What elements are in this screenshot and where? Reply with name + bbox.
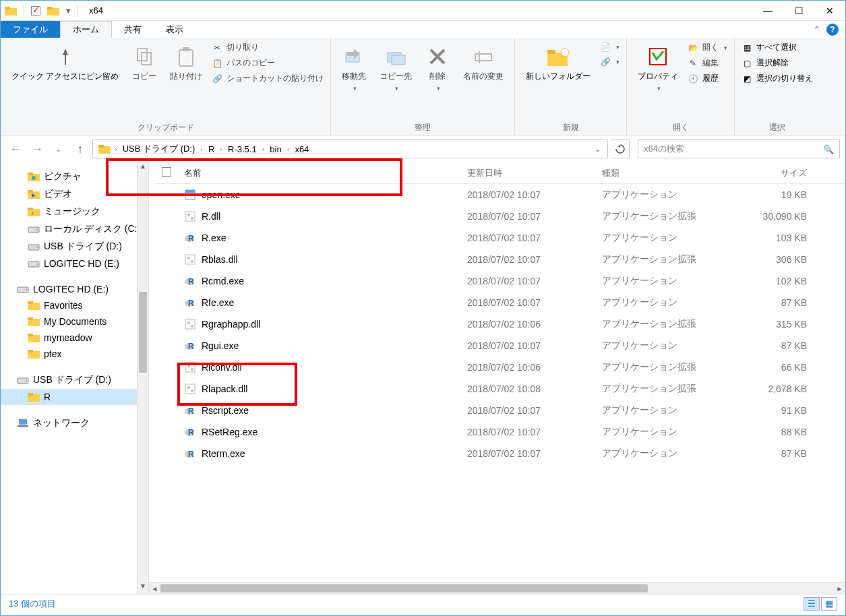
tree-node[interactable]: mymeadow: [1, 330, 148, 346]
tree-scrollbar[interactable]: ▲▼: [137, 162, 148, 594]
breadcrumb-item[interactable]: R: [204, 140, 218, 158]
tab-share[interactable]: 共有: [112, 21, 154, 38]
column-size[interactable]: サイズ: [731, 167, 812, 179]
file-name: Rblas.dll: [202, 254, 238, 265]
tab-view[interactable]: 表示: [154, 21, 195, 38]
address-bar[interactable]: › USB ドライブ (D:) › R › R-3.5.1 › bin › x6…: [92, 140, 608, 158]
minimize-button[interactable]: —: [752, 1, 783, 21]
easy-access-button[interactable]: 🔗▾: [600, 57, 620, 67]
open-button[interactable]: 📂開く▾: [688, 42, 727, 53]
invert-selection-button[interactable]: ◩選択の切り替え: [742, 73, 813, 84]
search-input[interactable]: x64の検索 🔍: [638, 140, 840, 158]
column-date[interactable]: 更新日時: [462, 167, 597, 179]
new-folder-button[interactable]: 新しいフォルダー: [522, 42, 595, 85]
scroll-left-icon[interactable]: ◄: [149, 583, 160, 594]
qat-properties-icon[interactable]: [31, 6, 40, 16]
tree-node[interactable]: ローカル ディスク (C:): [1, 220, 148, 238]
tree-node[interactable]: LOGITEC HD (E:): [1, 281, 148, 297]
file-row[interactable]: RRscript.exe2018/07/02 10:07アプリケーション91 K…: [154, 400, 845, 421]
tree-node[interactable]: ptex: [1, 346, 148, 362]
file-row[interactable]: RRcmd.exe2018/07/02 10:07アプリケーション102 KB: [154, 270, 845, 292]
thumbnails-view-button[interactable]: ▦: [821, 597, 837, 611]
horizontal-scrollbar[interactable]: ◄ ►: [149, 582, 845, 594]
nav-back-button[interactable]: ←: [6, 140, 25, 158]
breadcrumb-item[interactable]: USB ドライブ (D:): [119, 140, 200, 158]
drive-icon: [28, 224, 40, 235]
file-row[interactable]: Rgraphapp.dll2018/07/02 10:06アプリケーション拡張3…: [154, 313, 845, 335]
maximize-button[interactable]: ☐: [783, 1, 814, 21]
scroll-thumb[interactable]: [160, 584, 648, 592]
copy-path-button[interactable]: 📋パスのコピー: [212, 57, 324, 69]
scroll-down-icon[interactable]: ▼: [138, 582, 148, 594]
nav-forward-button[interactable]: →: [28, 140, 47, 158]
file-list[interactable]: 名前 更新日時 種類 サイズ open.exe2018/07/02 10:07ア…: [149, 162, 845, 582]
file-row[interactable]: RR.exe2018/07/02 10:07アプリケーション103 KB: [154, 227, 845, 249]
file-row[interactable]: RRterm.exe2018/07/02 10:07アプリケーション87 KB: [154, 443, 845, 464]
chevron-right-icon[interactable]: ›: [286, 145, 291, 153]
tree-node[interactable]: ビデオ: [1, 185, 148, 203]
tree-node[interactable]: Favorites: [1, 297, 148, 313]
rename-button[interactable]: 名前の変更: [459, 42, 508, 85]
file-row[interactable]: R.dll2018/07/02 10:07アプリケーション拡張30,090 KB: [154, 206, 845, 227]
breadcrumb-item[interactable]: R-3.5.1: [224, 140, 261, 158]
qat-dropdown-icon[interactable]: ▾: [66, 5, 71, 16]
tree-node[interactable]: R: [1, 389, 148, 405]
select-all-button[interactable]: ▦すべて選択: [742, 42, 813, 53]
scroll-up-icon[interactable]: ▲: [138, 162, 148, 174]
file-date: 2018/07/02 10:08: [462, 383, 597, 394]
select-all-checkbox[interactable]: [162, 167, 171, 177]
file-row[interactable]: RRfe.exe2018/07/02 10:07アプリケーション87 KB: [154, 292, 845, 313]
properties-button[interactable]: プロパティ▾: [634, 42, 682, 95]
tab-file[interactable]: ファイル: [1, 21, 60, 38]
collapse-ribbon-icon[interactable]: ⌃: [813, 24, 821, 35]
history-button[interactable]: 🕘履歴: [688, 73, 727, 84]
file-icon: R: [184, 340, 196, 352]
file-row[interactable]: RRSetReg.exe2018/07/02 10:07アプリケーション88 K…: [154, 421, 845, 443]
chevron-right-icon[interactable]: ›: [261, 145, 266, 153]
close-button[interactable]: ✕: [814, 1, 845, 21]
delete-icon: [425, 44, 450, 69]
tree-node[interactable]: USB ドライブ (D:): [1, 371, 148, 389]
file-row[interactable]: Rblas.dll2018/07/02 10:07アプリケーション拡張306 K…: [154, 249, 845, 270]
tree-node[interactable]: My Documents: [1, 313, 148, 330]
chevron-right-icon[interactable]: ›: [218, 145, 224, 153]
copy-to-button[interactable]: コピー先▾: [375, 42, 416, 95]
file-row[interactable]: RRgui.exe2018/07/02 10:07アプリケーション87 KB: [154, 335, 845, 357]
paste-button[interactable]: 貼り付け: [166, 42, 206, 85]
chevron-right-icon[interactable]: ›: [199, 145, 204, 153]
scroll-right-icon[interactable]: ►: [834, 583, 845, 594]
nav-recent-button[interactable]: ⌄: [49, 140, 68, 158]
tree-node[interactable]: LOGITEC HD (E:): [1, 255, 148, 272]
address-dropdown-icon[interactable]: ⌄: [591, 145, 605, 154]
edit-button[interactable]: ✎編集: [688, 57, 727, 69]
file-row[interactable]: Riconv.dll2018/07/02 10:06アプリケーション拡張66 K…: [154, 357, 845, 378]
delete-button[interactable]: 削除▾: [421, 42, 454, 95]
nav-up-button[interactable]: ↑: [71, 140, 90, 158]
select-none-button[interactable]: ▢選択解除: [742, 57, 813, 69]
breadcrumb-item[interactable]: x64: [291, 140, 313, 158]
breadcrumb-item[interactable]: bin: [266, 140, 285, 158]
file-row[interactable]: open.exe2018/07/02 10:07アプリケーション19 KB: [154, 184, 845, 206]
tab-home[interactable]: ホーム: [60, 21, 112, 38]
copy-button[interactable]: コピー: [128, 42, 160, 85]
file-row[interactable]: Rlapack.dll2018/07/02 10:08アプリケーション拡張2,6…: [154, 378, 845, 400]
tree-node[interactable]: ピクチャ: [1, 168, 148, 185]
search-icon[interactable]: 🔍: [823, 144, 834, 154]
column-type[interactable]: 種類: [597, 167, 731, 179]
refresh-button[interactable]: [611, 140, 630, 158]
tree-node[interactable]: ♪ミュージック: [1, 203, 148, 220]
details-view-button[interactable]: ☰: [804, 597, 820, 611]
scroll-thumb[interactable]: [139, 292, 147, 373]
help-icon[interactable]: ?: [826, 24, 839, 36]
new-item-button[interactable]: 📄▾: [600, 42, 620, 53]
pin-to-quick-access-button[interactable]: クイック アクセスにピン留め: [7, 42, 123, 85]
chevron-right-icon[interactable]: ›: [113, 145, 119, 153]
tree-node[interactable]: USB ドライブ (D:): [1, 238, 148, 255]
paste-shortcut-button[interactable]: 🔗ショートカットの貼り付け: [212, 73, 324, 84]
nav-tree[interactable]: ピクチャビデオ♪ミュージックローカル ディスク (C:)USB ドライブ (D:…: [1, 162, 149, 594]
svg-rect-10: [392, 55, 405, 65]
move-to-button[interactable]: 移動先▾: [338, 42, 370, 95]
tree-node[interactable]: ネットワーク: [1, 414, 148, 432]
column-name[interactable]: 名前: [179, 167, 462, 179]
cut-button[interactable]: ✂切り取り: [212, 42, 324, 53]
